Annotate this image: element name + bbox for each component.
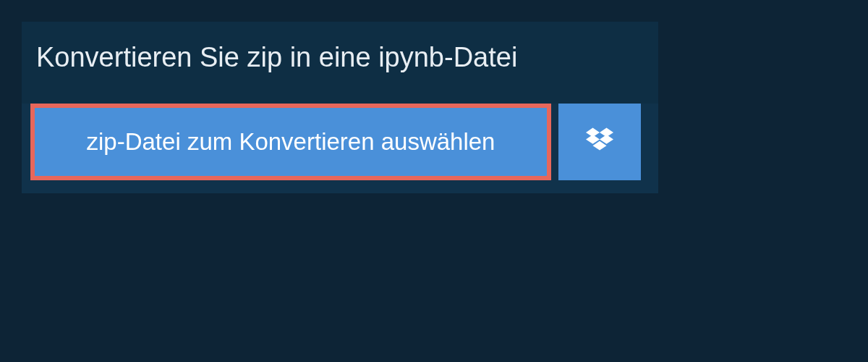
- select-file-button[interactable]: zip-Datei zum Konvertieren auswählen: [30, 104, 551, 180]
- dropbox-button[interactable]: [558, 104, 641, 180]
- converter-panel: Konvertieren Sie zip in eine ipynb-Datei…: [22, 22, 658, 193]
- page-title: Konvertieren Sie zip in eine ipynb-Datei: [22, 22, 658, 104]
- dropbox-icon: [586, 127, 613, 157]
- action-row: zip-Datei zum Konvertieren auswählen: [22, 104, 658, 193]
- select-file-label: zip-Datei zum Konvertieren auswählen: [87, 128, 495, 156]
